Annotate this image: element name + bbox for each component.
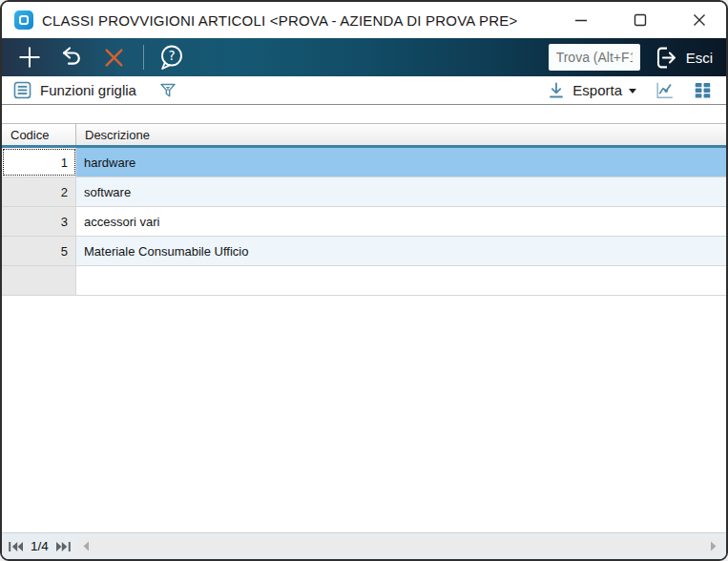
window-title: CLASSI PROVVIGIONI ARTICOLI <PROVA - AZI…	[42, 12, 517, 29]
cell-descrizione[interactable]: hardware	[76, 148, 726, 177]
column-header-codice[interactable]: Codice	[2, 124, 76, 145]
chart-button[interactable]	[654, 79, 676, 101]
grid-functions-label: Funzioni griglia	[40, 82, 136, 98]
minimize-button[interactable]	[571, 10, 592, 31]
help-button[interactable]: ?	[157, 43, 186, 72]
first-record-button[interactable]	[8, 540, 24, 553]
cell-codice[interactable]	[2, 266, 76, 295]
help-icon: ?	[157, 43, 186, 72]
cell-codice[interactable]: 3	[2, 207, 76, 236]
horizontal-scrollbar[interactable]	[77, 537, 722, 556]
cell-descrizione[interactable]: software	[76, 177, 726, 206]
close-button[interactable]	[689, 10, 710, 31]
grid-top-strip	[2, 105, 726, 124]
table-row[interactable]: 1 hardware	[2, 148, 726, 177]
cell-codice[interactable]: 2	[2, 177, 76, 206]
app-icon	[14, 10, 33, 30]
cell-codice[interactable]: 1	[2, 148, 76, 177]
table-row-empty[interactable]	[2, 266, 726, 296]
undo-icon	[58, 44, 85, 71]
grid-functions-icon	[13, 81, 31, 99]
exit-icon	[654, 45, 679, 71]
maximize-button[interactable]	[630, 10, 651, 31]
scroll-left-icon[interactable]	[82, 541, 90, 551]
chart-icon	[654, 79, 676, 101]
window-controls	[571, 10, 726, 31]
filter-icon	[158, 81, 177, 100]
table-row[interactable]: 5 Materiale Consumabile Ufficio	[2, 237, 726, 266]
svg-text:?: ?	[168, 48, 175, 63]
table-row[interactable]: 2 software	[2, 177, 726, 207]
table-header: Codice Descrizione	[2, 124, 726, 148]
grid-functions-button[interactable]: Funzioni griglia	[13, 81, 150, 99]
undo-button[interactable]	[57, 43, 86, 72]
add-button[interactable]	[15, 43, 44, 72]
table-empty-area	[2, 296, 726, 532]
caret-down-icon	[629, 89, 636, 94]
delete-x-icon	[102, 46, 126, 70]
filter-button[interactable]	[158, 81, 177, 100]
grid-functions-bar: Funzioni griglia Esporta	[2, 76, 726, 105]
cell-descrizione[interactable]: Materiale Consumabile Ufficio	[76, 237, 726, 265]
cell-codice[interactable]: 5	[2, 237, 76, 265]
export-button[interactable]: Esporta	[547, 81, 636, 100]
first-record-icon	[8, 540, 24, 553]
main-toolbar: ? Esci	[2, 38, 726, 76]
scroll-right-icon[interactable]	[710, 541, 718, 551]
record-counter: 1/4	[31, 539, 49, 553]
record-navigator: 1/4	[6, 539, 77, 553]
delete-button[interactable]	[99, 43, 128, 72]
find-input[interactable]	[549, 44, 640, 71]
cell-descrizione[interactable]: accessori vari	[76, 207, 726, 236]
table-row[interactable]: 3 accessori vari	[2, 207, 726, 237]
column-header-descrizione[interactable]: Descrizione	[76, 124, 726, 145]
cell-descrizione[interactable]	[76, 266, 726, 295]
export-label: Esporta	[572, 82, 622, 98]
export-download-icon	[547, 81, 566, 100]
toolbar-separator	[143, 45, 144, 70]
grid-view-icon	[693, 80, 713, 100]
status-bar: 1/4	[2, 532, 726, 559]
exit-label: Esci	[686, 50, 713, 66]
title-bar: CLASSI PROVVIGIONI ARTICOLI <PROVA - AZI…	[2, 2, 726, 38]
plus-icon	[16, 44, 43, 71]
grid-view-button[interactable]	[693, 80, 713, 100]
app-window: CLASSI PROVVIGIONI ARTICOLI <PROVA - AZI…	[0, 0, 728, 561]
exit-button[interactable]: Esci	[654, 45, 717, 71]
last-record-button[interactable]	[55, 540, 72, 553]
last-record-icon	[55, 540, 72, 553]
